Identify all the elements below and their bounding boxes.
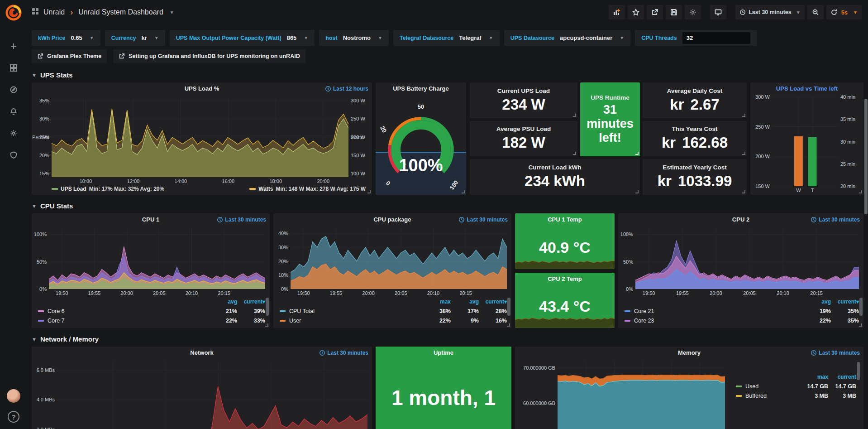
variable-host[interactable]: host Nostromo▼ — [319, 30, 389, 46]
axis-tick: 25 min — [840, 161, 855, 167]
panel-title[interactable]: CPU 2 Temp — [515, 275, 615, 282]
variable-telegraf-datasource[interactable]: Telegraf Datasource Telegraf▼ — [393, 30, 500, 46]
cpu2-chart[interactable] — [635, 228, 859, 289]
panel-resize-handle[interactable] — [635, 152, 639, 155]
panel-title[interactable]: UPS Battery Charge — [376, 85, 466, 92]
legend-sort-column[interactable]: current▾ — [831, 299, 859, 305]
share-button[interactable] — [647, 5, 663, 19]
dashboard-settings-button[interactable] — [685, 5, 701, 19]
legend-sort-column[interactable]: max — [800, 374, 828, 380]
panel-title[interactable]: UPS Runtime — [591, 94, 630, 101]
legend-scrollbar[interactable] — [266, 298, 269, 316]
panel-resize-handle[interactable] — [367, 190, 371, 193]
legend-series-label[interactable]: CPU Total — [280, 308, 423, 314]
legend-scrollbar[interactable] — [507, 298, 510, 316]
star-button[interactable] — [628, 5, 644, 19]
panel-title[interactable]: CPU 1 Temp — [515, 216, 615, 223]
legend-series-label[interactable]: User — [280, 318, 423, 324]
panel-title[interactable]: This Years Cost — [672, 125, 717, 132]
variable-ups-datasource[interactable]: UPS Datasource apcupsd-container▼ — [504, 30, 630, 46]
panel-title[interactable]: UPS Load vs Time left — [750, 85, 863, 92]
legend-value: 39% — [237, 308, 265, 314]
panel-resize-handle[interactable] — [742, 190, 745, 193]
panel-resize-handle[interactable] — [635, 190, 639, 193]
section-cpu-stats[interactable]: ▼ CPU Stats — [32, 202, 863, 210]
cpu1-chart[interactable] — [49, 228, 265, 289]
legend-value: 33% — [237, 318, 265, 324]
panel-resize-handle[interactable] — [573, 114, 576, 117]
variable-currency[interactable]: Currency kr▼ — [105, 30, 165, 46]
explore-compass-icon[interactable] — [6, 82, 21, 97]
ups-bars-chart[interactable] — [772, 97, 838, 186]
refresh-interval-label[interactable]: 5s — [841, 9, 848, 16]
section-network-memory[interactable]: ▼ Network / Memory — [32, 335, 863, 343]
legend-series-label[interactable]: Core 6 — [38, 308, 209, 314]
grafana-logo[interactable] — [5, 4, 23, 22]
network-chart[interactable] — [57, 361, 367, 429]
legend-sort-column[interactable]: avg — [209, 299, 237, 305]
ups-load-chart[interactable] — [52, 97, 348, 177]
link-ups-monitoring-guide[interactable]: Setting up Grafana and InfluxDB for UPS … — [113, 49, 305, 63]
legend-item-watts[interactable]: Watts Min: 148 W Max: 278 W Avg: 175 W — [249, 186, 366, 192]
cycle-view-mode-button[interactable] — [710, 5, 726, 19]
panel-title[interactable]: Estimated Yearly Cost — [663, 164, 727, 171]
panel-resize-handle[interactable] — [742, 152, 745, 155]
cpu-package-chart[interactable] — [291, 228, 507, 289]
axis-tick: 14:00 — [175, 178, 187, 184]
legend-scrollbar[interactable] — [859, 298, 863, 316]
dashboards-icon[interactable] — [6, 60, 21, 76]
legend-scrollbar[interactable] — [857, 362, 860, 380]
legend-sort-column[interactable]: current▾ — [237, 299, 265, 305]
link-grafana-plex-theme[interactable]: Grafana Plex Theme — [32, 49, 107, 63]
panel-title[interactable]: Current UPS Load — [497, 87, 550, 94]
axis-tick: 40% — [278, 231, 288, 236]
panel-resize-handle[interactable] — [265, 323, 268, 327]
memory-chart[interactable] — [558, 361, 725, 429]
alerting-bell-icon[interactable] — [6, 104, 21, 119]
legend-series-label[interactable]: Core 23 — [625, 318, 803, 324]
cpu-threads-input[interactable]: 32 — [682, 32, 750, 44]
panel-resize-handle[interactable] — [859, 190, 862, 193]
add-icon[interactable] — [6, 39, 21, 54]
page-scrollbar[interactable] — [864, 99, 868, 214]
legend-sort-column[interactable]: avg — [803, 299, 831, 305]
time-override-badge: Last 30 minutes — [217, 217, 266, 223]
variable-ups-max-watt[interactable]: UPS Max Output Power Capacity (Watt) 865… — [170, 30, 315, 46]
zoom-out-button[interactable] — [807, 5, 824, 19]
legend-sort-column[interactable]: current▾ — [479, 299, 507, 305]
legend-sort-column[interactable]: current — [828, 374, 856, 380]
panel-resize-handle[interactable] — [507, 323, 510, 327]
panel-title[interactable]: Current Load kWh — [529, 164, 582, 171]
time-range-picker[interactable]: Last 30 minutes ▼ — [735, 5, 804, 19]
legend-series-label[interactable]: Core 7 — [38, 318, 209, 324]
panel-resize-handle[interactable] — [742, 114, 745, 117]
server-admin-shield-icon[interactable] — [6, 147, 21, 163]
legend-series-label[interactable]: Core 21 — [625, 308, 803, 314]
panel-title[interactable]: Average PSU Load — [496, 125, 551, 132]
panel-resize-handle[interactable] — [573, 152, 576, 155]
legend-swatch — [625, 310, 630, 312]
variable-kwh-price[interactable]: kWh Price 0.65▼ — [32, 30, 100, 46]
legend-sort-column[interactable]: max — [423, 299, 451, 305]
clock-icon — [217, 217, 223, 223]
legend-item-ups-load[interactable]: UPS Load Min: 17% Max: 32% Avg: 20% — [52, 186, 164, 192]
breadcrumb-folder[interactable]: Unraid — [43, 8, 65, 16]
panel-title[interactable]: Uptime — [376, 349, 511, 356]
panel-title[interactable]: UPS Load % — [32, 85, 372, 92]
help-icon[interactable]: ? — [8, 411, 19, 423]
add-panel-button[interactable] — [609, 5, 625, 19]
dashboard-title[interactable]: Unraid System Dashboard — [78, 8, 163, 16]
legend-sort-column[interactable]: avg — [451, 299, 479, 305]
legend-series-label[interactable]: Used — [736, 383, 800, 390]
chevron-down-icon[interactable]: ▼ — [170, 10, 174, 15]
configuration-gear-icon[interactable] — [6, 125, 21, 141]
legend-series-label[interactable]: Buffered — [736, 393, 800, 399]
panel-resize-handle[interactable] — [462, 190, 465, 193]
panel-resize-handle[interactable] — [859, 323, 862, 327]
user-avatar[interactable] — [7, 389, 20, 403]
panel-title[interactable]: Average Daily Cost — [667, 87, 723, 94]
save-button[interactable] — [666, 5, 682, 19]
apps-grid-icon[interactable] — [32, 8, 39, 17]
section-ups-stats[interactable]: ▼ UPS Stats — [32, 71, 863, 79]
refresh-button[interactable]: 5s ▼ — [826, 5, 862, 19]
